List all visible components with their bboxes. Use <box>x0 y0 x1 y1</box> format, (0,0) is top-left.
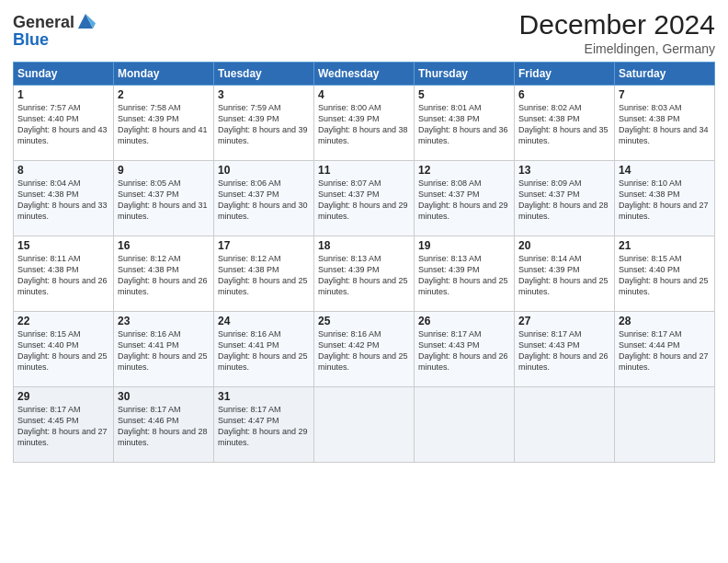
table-row: 19Sunrise: 8:13 AMSunset: 4:39 PMDayligh… <box>415 236 515 312</box>
day-number: 6 <box>518 88 610 101</box>
cell-info: Sunrise: 8:17 AMSunset: 4:45 PMDaylight:… <box>17 405 108 447</box>
day-number: 7 <box>619 88 711 101</box>
cell-info: Sunrise: 8:10 AMSunset: 4:38 PMDaylight:… <box>619 178 709 221</box>
table-row: 3Sunrise: 7:59 AMSunset: 4:39 PMDaylight… <box>214 86 314 161</box>
table-row: 23Sunrise: 8:16 AMSunset: 4:41 PMDayligh… <box>114 312 214 387</box>
day-number: 17 <box>218 239 310 252</box>
table-row: 30Sunrise: 8:17 AMSunset: 4:46 PMDayligh… <box>114 387 214 463</box>
table-row: 24Sunrise: 8:16 AMSunset: 4:41 PMDayligh… <box>214 312 314 387</box>
table-row: 15Sunrise: 8:11 AMSunset: 4:38 PMDayligh… <box>14 236 114 312</box>
day-number: 22 <box>17 315 109 327</box>
day-number: 24 <box>218 315 310 327</box>
cell-info: Sunrise: 7:57 AMSunset: 4:40 PMDaylight:… <box>17 103 108 145</box>
day-number: 13 <box>518 164 610 177</box>
cell-info: Sunrise: 8:12 AMSunset: 4:38 PMDaylight:… <box>118 254 208 296</box>
col-wednesday: Wednesday <box>314 63 415 86</box>
day-number: 4 <box>318 88 410 101</box>
day-number: 15 <box>17 239 109 252</box>
day-number: 26 <box>418 315 510 327</box>
table-row: 22Sunrise: 8:15 AMSunset: 4:40 PMDayligh… <box>14 312 114 387</box>
table-row: 21Sunrise: 8:15 AMSunset: 4:40 PMDayligh… <box>615 236 715 312</box>
day-number: 5 <box>418 88 510 101</box>
cell-info: Sunrise: 8:00 AMSunset: 4:39 PMDaylight:… <box>318 103 408 145</box>
month-title: December 2024 <box>519 9 715 40</box>
col-sunday: Sunday <box>14 63 114 86</box>
day-number: 16 <box>118 239 210 252</box>
table-row: 10Sunrise: 8:06 AMSunset: 4:37 PMDayligh… <box>214 161 314 236</box>
day-number: 25 <box>318 315 410 327</box>
table-row: 1Sunrise: 7:57 AMSunset: 4:40 PMDaylight… <box>14 86 114 161</box>
table-row: 4Sunrise: 8:00 AMSunset: 4:39 PMDaylight… <box>314 86 415 161</box>
cell-info: Sunrise: 8:17 AMSunset: 4:43 PMDaylight:… <box>518 329 609 372</box>
day-number: 29 <box>17 390 109 403</box>
table-row: 27Sunrise: 8:17 AMSunset: 4:43 PMDayligh… <box>515 312 615 387</box>
day-number: 19 <box>418 239 510 252</box>
cell-info: Sunrise: 7:58 AMSunset: 4:39 PMDaylight:… <box>118 103 208 145</box>
cell-info: Sunrise: 8:01 AMSunset: 4:38 PMDaylight:… <box>418 103 508 145</box>
header: General Blue December 2024 Eimeldingen, … <box>13 9 715 56</box>
day-number: 11 <box>318 164 410 177</box>
title-block: December 2024 Eimeldingen, Germany <box>519 9 715 56</box>
cell-info: Sunrise: 8:15 AMSunset: 4:40 PMDaylight:… <box>17 329 108 372</box>
day-number: 30 <box>118 390 210 403</box>
cell-info: Sunrise: 7:59 AMSunset: 4:39 PMDaylight:… <box>218 103 308 145</box>
day-number: 14 <box>619 164 711 177</box>
table-row: 29Sunrise: 8:17 AMSunset: 4:45 PMDayligh… <box>14 387 114 463</box>
cell-info: Sunrise: 8:05 AMSunset: 4:37 PMDaylight:… <box>118 178 208 221</box>
page-container: General Blue December 2024 Eimeldingen, … <box>0 0 728 468</box>
day-number: 18 <box>318 239 410 252</box>
cell-info: Sunrise: 8:16 AMSunset: 4:41 PMDaylight:… <box>118 329 208 372</box>
cell-info: Sunrise: 8:17 AMSunset: 4:47 PMDaylight:… <box>218 405 308 447</box>
day-number: 21 <box>619 239 711 252</box>
logo-general: General <box>13 14 74 30</box>
table-row <box>515 387 615 463</box>
cell-info: Sunrise: 8:16 AMSunset: 4:41 PMDaylight:… <box>218 329 308 372</box>
day-number: 9 <box>118 164 210 177</box>
day-number: 12 <box>418 164 510 177</box>
table-row <box>314 387 415 463</box>
day-number: 3 <box>218 88 310 101</box>
day-number: 2 <box>118 88 210 101</box>
table-row: 12Sunrise: 8:08 AMSunset: 4:37 PMDayligh… <box>415 161 515 236</box>
cell-info: Sunrise: 8:13 AMSunset: 4:39 PMDaylight:… <box>418 254 508 296</box>
table-row: 13Sunrise: 8:09 AMSunset: 4:37 PMDayligh… <box>515 161 615 236</box>
day-number: 1 <box>17 88 109 101</box>
table-row <box>615 387 715 463</box>
cell-info: Sunrise: 8:17 AMSunset: 4:46 PMDaylight:… <box>118 405 208 447</box>
day-number: 8 <box>17 164 109 177</box>
table-row: 18Sunrise: 8:13 AMSunset: 4:39 PMDayligh… <box>314 236 415 312</box>
day-number: 23 <box>118 315 210 327</box>
day-number: 31 <box>218 390 310 403</box>
day-number: 20 <box>518 239 610 252</box>
table-row: 28Sunrise: 8:17 AMSunset: 4:44 PMDayligh… <box>615 312 715 387</box>
table-row: 9Sunrise: 8:05 AMSunset: 4:37 PMDaylight… <box>114 161 214 236</box>
cell-info: Sunrise: 8:06 AMSunset: 4:37 PMDaylight:… <box>218 178 308 221</box>
col-thursday: Thursday <box>415 63 515 86</box>
cell-info: Sunrise: 8:04 AMSunset: 4:38 PMDaylight:… <box>17 178 108 221</box>
cell-info: Sunrise: 8:09 AMSunset: 4:37 PMDaylight:… <box>518 178 609 221</box>
cell-info: Sunrise: 8:11 AMSunset: 4:38 PMDaylight:… <box>17 254 108 296</box>
table-row: 5Sunrise: 8:01 AMSunset: 4:38 PMDaylight… <box>415 86 515 161</box>
table-row: 2Sunrise: 7:58 AMSunset: 4:39 PMDaylight… <box>114 86 214 161</box>
cell-info: Sunrise: 8:13 AMSunset: 4:39 PMDaylight:… <box>318 254 408 296</box>
day-number: 28 <box>619 315 711 327</box>
cell-info: Sunrise: 8:03 AMSunset: 4:38 PMDaylight:… <box>619 103 709 145</box>
cell-info: Sunrise: 8:17 AMSunset: 4:44 PMDaylight:… <box>619 329 709 372</box>
cell-info: Sunrise: 8:07 AMSunset: 4:37 PMDaylight:… <box>318 178 408 221</box>
location-title: Eimeldingen, Germany <box>519 41 715 56</box>
col-saturday: Saturday <box>615 63 715 86</box>
calendar-table: Sunday Monday Tuesday Wednesday Thursday… <box>13 62 715 463</box>
col-monday: Monday <box>114 63 214 86</box>
day-number: 27 <box>518 315 610 327</box>
col-friday: Friday <box>515 63 615 86</box>
cell-info: Sunrise: 8:08 AMSunset: 4:37 PMDaylight:… <box>418 178 508 221</box>
cell-info: Sunrise: 8:16 AMSunset: 4:42 PMDaylight:… <box>318 329 408 372</box>
cell-info: Sunrise: 8:02 AMSunset: 4:38 PMDaylight:… <box>518 103 609 145</box>
table-row: 11Sunrise: 8:07 AMSunset: 4:37 PMDayligh… <box>314 161 415 236</box>
table-row: 20Sunrise: 8:14 AMSunset: 4:39 PMDayligh… <box>515 236 615 312</box>
cell-info: Sunrise: 8:17 AMSunset: 4:43 PMDaylight:… <box>418 329 508 372</box>
col-tuesday: Tuesday <box>214 63 314 86</box>
table-row: 7Sunrise: 8:03 AMSunset: 4:38 PMDaylight… <box>615 86 715 161</box>
day-number: 10 <box>218 164 310 177</box>
table-row: 26Sunrise: 8:17 AMSunset: 4:43 PMDayligh… <box>415 312 515 387</box>
